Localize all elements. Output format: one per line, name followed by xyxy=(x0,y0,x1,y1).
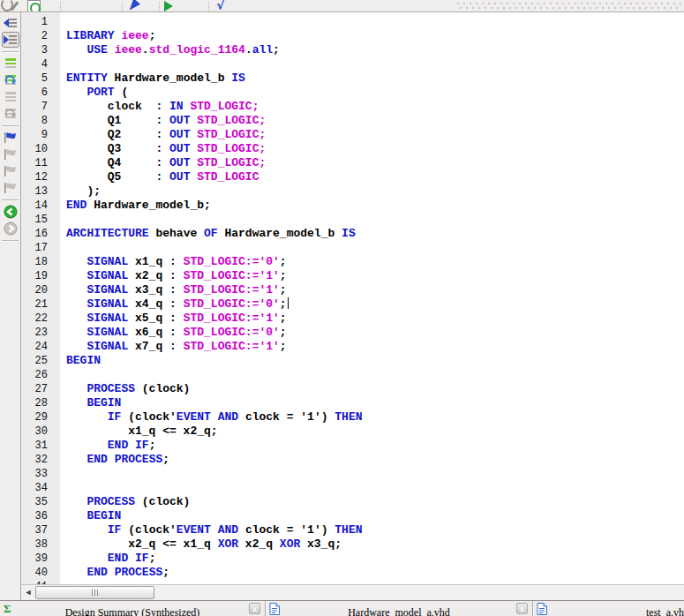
code-line[interactable]: PROCESS (clock) xyxy=(66,382,684,396)
check-syntax-icon[interactable] xyxy=(27,0,41,12)
code-line[interactable] xyxy=(66,15,684,29)
close-tab-icon[interactable]: x xyxy=(516,603,528,614)
line-number: 17 xyxy=(21,241,60,255)
toolbar-separator xyxy=(60,2,61,11)
goto-next-change-icon[interactable] xyxy=(2,32,19,48)
code-line[interactable]: USE ieee.std_logic_1164.all; xyxy=(66,43,684,57)
document-tabbar: Σ Design Summary (Synthesized) x Hardwar… xyxy=(0,600,684,616)
line-number: 27 xyxy=(21,382,60,396)
code-line[interactable]: END PROCESS; xyxy=(66,566,684,580)
code-line[interactable]: SIGNAL x7_q : STD_LOGIC:='1'; xyxy=(66,340,684,354)
code-line[interactable]: IF (clock'EVENT AND clock = '1') THEN xyxy=(66,523,684,537)
scroll-left-arrow-icon[interactable]: ◄ xyxy=(22,586,34,598)
line-number: 30 xyxy=(21,424,60,439)
code-line[interactable]: x2_q <= x1_q XOR x2_q XOR x3_q; xyxy=(66,537,684,552)
line-number: 31 xyxy=(21,439,60,453)
code-line[interactable]: PORT ( xyxy=(66,86,684,100)
code-line[interactable]: END PROCESS; xyxy=(66,453,684,467)
goto-previous-change-icon[interactable] xyxy=(2,15,19,31)
code-line[interactable]: Q2 : OUT STD_LOGIC; xyxy=(66,128,684,142)
code-line[interactable]: SIGNAL x4_q : STD_LOGIC:='0'; xyxy=(66,297,684,312)
code-line[interactable]: ARCHITECTURE behave OF Hardware_model_b … xyxy=(66,227,684,241)
toggle-bookmark-icon[interactable] xyxy=(2,130,19,146)
line-number: 35 xyxy=(21,495,60,509)
code-line[interactable]: SIGNAL x1_q : STD_LOGIC:='0'; xyxy=(66,255,684,269)
line-number: 28 xyxy=(21,396,60,410)
verify-icon[interactable]: √ xyxy=(214,0,227,11)
code-line[interactable]: END IF; xyxy=(66,552,684,566)
line-number: 14 xyxy=(21,199,60,213)
line-number: 21 xyxy=(21,297,60,312)
code-line[interactable]: ); xyxy=(66,184,684,199)
tab-design-summary[interactable]: Σ Design Summary (Synthesized) x xyxy=(0,601,265,616)
line-number: 15 xyxy=(21,213,60,227)
code-line[interactable]: SIGNAL x6_q : STD_LOGIC:='0'; xyxy=(66,326,684,340)
line-number: 7 xyxy=(21,100,60,114)
line-number: 12 xyxy=(21,170,60,184)
navigate-forward-icon xyxy=(2,221,19,237)
code-line[interactable]: BEGIN xyxy=(66,354,684,368)
line-number: 20 xyxy=(21,283,60,297)
edit-pen-icon[interactable] xyxy=(126,0,140,12)
line-number: 6 xyxy=(21,86,60,100)
main-toolbar: √ xyxy=(0,0,684,12)
line-number: 22 xyxy=(21,312,60,326)
sidebar-separator xyxy=(2,199,19,201)
sidebar-separator xyxy=(2,240,19,242)
code-line[interactable]: Q3 : OUT STD_LOGIC; xyxy=(66,142,684,156)
horizontal-scrollbar[interactable]: ◄ xyxy=(21,584,684,600)
run-icon[interactable] xyxy=(164,1,173,11)
line-number: 37 xyxy=(21,523,60,537)
code-line[interactable]: LIBRARY ieee; xyxy=(66,29,684,43)
code-line[interactable]: SIGNAL x2_q : STD_LOGIC:='1'; xyxy=(66,269,684,283)
code-line[interactable]: SIGNAL x5_q : STD_LOGIC:='1'; xyxy=(66,312,684,326)
tab-label: Design Summary (Synthesized) xyxy=(0,606,265,616)
line-number: 36 xyxy=(21,509,60,523)
line-number: 3 xyxy=(21,43,60,57)
line-number: 13 xyxy=(21,184,60,199)
code-line[interactable]: BEGIN xyxy=(66,509,684,523)
line-number: 11 xyxy=(21,156,60,170)
highlight-lines-icon[interactable] xyxy=(2,56,19,71)
refresh-marks-icon xyxy=(2,106,19,122)
toolbar-separator xyxy=(159,2,160,11)
code-line[interactable]: BEGIN xyxy=(66,396,684,410)
code-line[interactable]: ENTITY Hardware_model_b IS xyxy=(66,71,684,86)
line-number: 10 xyxy=(21,142,60,156)
code-content[interactable]: LIBRARY ieee; USE ieee.std_logic_1164.al… xyxy=(60,12,684,584)
close-tab-icon[interactable]: x xyxy=(249,603,260,614)
code-line[interactable] xyxy=(66,368,684,382)
document-icon xyxy=(269,603,280,616)
tab-hardware-model-a-vhd[interactable]: Hardware_model_a.vhd x xyxy=(265,601,532,616)
code-line[interactable]: x1_q <= x2_q; xyxy=(66,424,684,439)
sigma-icon: Σ xyxy=(4,603,11,614)
code-line[interactable]: SIGNAL x3_q : STD_LOGIC:='1'; xyxy=(66,283,684,297)
code-line[interactable] xyxy=(66,57,684,71)
code-line[interactable] xyxy=(66,467,684,481)
navigate-back-icon[interactable] xyxy=(2,204,19,220)
code-line[interactable]: clock : IN STD_LOGIC; xyxy=(66,100,684,114)
text-caret xyxy=(288,297,289,309)
code-line[interactable] xyxy=(66,481,684,495)
code-viewport[interactable]: 1234567891011121314151617181920212223242… xyxy=(21,12,684,584)
code-line[interactable]: END IF; xyxy=(66,439,684,453)
editor-side-toolbar xyxy=(0,12,21,600)
code-line[interactable] xyxy=(66,241,684,255)
previous-bookmark-icon xyxy=(2,146,19,162)
line-number: 24 xyxy=(21,340,60,354)
code-line[interactable]: PROCESS (clock) xyxy=(66,495,684,509)
line-number: 8 xyxy=(21,114,60,128)
code-line[interactable]: Q1 : OUT STD_LOGIC; xyxy=(66,114,684,128)
line-number: 16 xyxy=(21,227,60,241)
code-line[interactable]: Q5 : OUT STD_LOGIC xyxy=(66,170,684,184)
code-line[interactable]: END Hardware_model_b; xyxy=(66,199,684,213)
code-line[interactable]: Q4 : OUT STD_LOGIC; xyxy=(66,156,684,170)
refresh-highlight-icon[interactable] xyxy=(2,72,19,88)
scrollbar-thumb[interactable] xyxy=(35,586,154,599)
line-number: 40 xyxy=(21,566,60,580)
tab-label: test_a.vh xyxy=(533,606,684,616)
line-number: 2 xyxy=(21,29,60,43)
tab-test-a-vhd[interactable]: test_a.vh xyxy=(532,601,684,616)
code-line[interactable] xyxy=(66,213,684,227)
code-line[interactable]: IF (clock'EVENT AND clock = '1') THEN xyxy=(66,410,684,424)
